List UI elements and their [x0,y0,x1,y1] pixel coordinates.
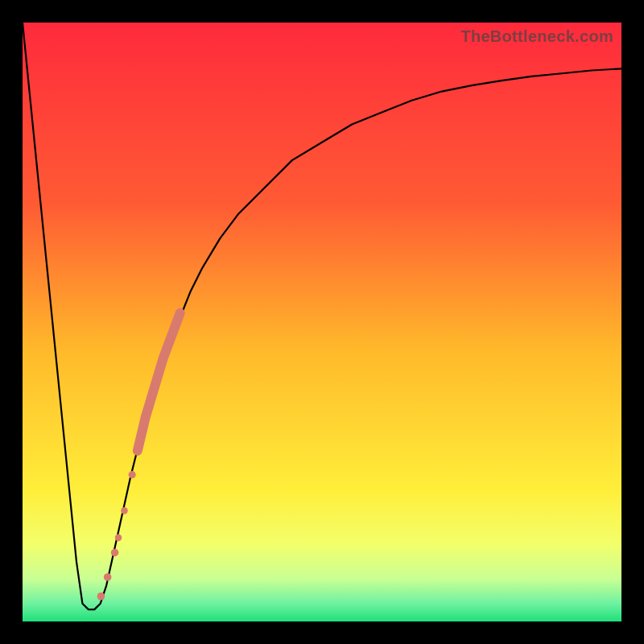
chart-stage: TheBottleneck.com [0,0,644,644]
marker-dot [97,592,105,601]
marker-dot [104,573,112,581]
gradient-background [23,23,621,621]
marker-dot [129,471,136,478]
marker-dot [134,447,141,454]
plot-area: TheBottleneck.com [23,23,621,621]
marker-dot [111,549,119,557]
marker-dot [115,535,122,542]
chart-svg [23,23,621,621]
marker-dot [121,507,128,514]
